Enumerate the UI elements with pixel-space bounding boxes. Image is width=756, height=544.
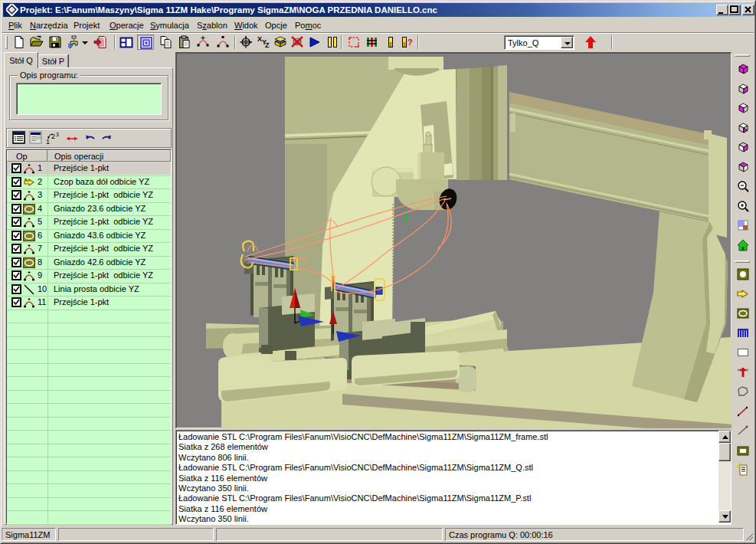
svg-text:?: ? bbox=[407, 38, 413, 47]
svg-text:3: 3 bbox=[56, 132, 59, 137]
svg-text:1: 1 bbox=[46, 138, 50, 145]
svg-text:Z: Z bbox=[265, 41, 270, 49]
svg-text:2: 2 bbox=[51, 133, 55, 140]
